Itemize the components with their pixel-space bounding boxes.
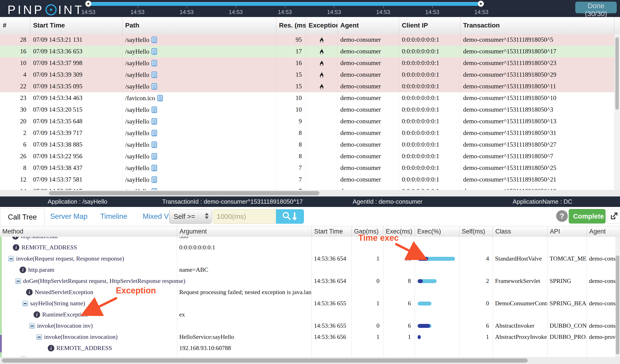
cell-exception xyxy=(306,116,338,127)
calltree-column-header-selfms: Self(ms) xyxy=(459,226,493,237)
cell-path: /favicon.ico xyxy=(122,92,276,104)
collapse-icon[interactable] xyxy=(22,301,28,306)
calltree-hscrollbar[interactable] xyxy=(0,357,620,364)
timeline-tick-label: 14:53 xyxy=(78,9,99,15)
cell-agent xyxy=(587,237,620,242)
path-detail-icon[interactable] xyxy=(152,48,157,55)
request-row[interactable]: 407/09 14:53:39 309/sayHello15demo-consu… xyxy=(0,69,614,81)
request-row[interactable]: 1407/09 14:53:37 117/sayHello7demo-consu… xyxy=(0,185,614,190)
self-filter-select[interactable]: Self >= xyxy=(169,209,212,224)
request-row[interactable]: 2207/09 14:53:35 095/sayHello15demo-cons… xyxy=(0,81,614,92)
calltree-vscrollbar[interactable] xyxy=(615,237,620,357)
path-detail-icon[interactable] xyxy=(152,188,157,190)
path-detail-icon[interactable] xyxy=(152,130,157,136)
path-text: /sayHello xyxy=(125,151,149,162)
calltree-row[interactable]: iREMOTE_ADDRESS192.168.93.10:60788 xyxy=(0,343,620,354)
request-row[interactable]: 2607/09 14:53:22 956/sayHello8demo-consu… xyxy=(0,151,614,162)
cell-exception xyxy=(306,46,338,57)
calltree-vscroll-thumb[interactable] xyxy=(616,255,619,354)
calltree-row[interactable]: invoke(Request request, Response respons… xyxy=(0,253,620,264)
request-row[interactable]: 1607/09 14:53:36 653/sayHello17demo-cons… xyxy=(0,46,614,58)
cell-agent: demo-consumer xyxy=(338,57,399,69)
collapse-icon[interactable] xyxy=(8,256,14,261)
cell-gap-ms: 0 xyxy=(352,275,383,287)
path-detail-icon[interactable] xyxy=(152,118,157,125)
path-detail-icon[interactable] xyxy=(152,141,157,148)
cell-argument: ex xyxy=(177,309,312,320)
complete-button[interactable]: Complete xyxy=(569,209,605,224)
path-detail-icon[interactable] xyxy=(152,106,157,113)
slider-handle-right[interactable] xyxy=(478,1,484,7)
calltree-row[interactable]: doGet(HttpServletRequest request, HttpSe… xyxy=(0,275,620,287)
method-name: invoke(Invocation inv) xyxy=(37,322,93,329)
calltree-row[interactable]: doGet(HttpServletRequest request, HttpSe… xyxy=(0,354,620,357)
cell-transaction: demo-consumer^1531118918050^3 xyxy=(460,104,614,116)
filter-search-button[interactable] xyxy=(276,209,304,224)
view-toolbar: Call Tree Server Map Timeline Mixed View… xyxy=(0,207,620,226)
request-column-header-agent[interactable]: Agent xyxy=(338,17,399,34)
cell-res-ms: 10 xyxy=(276,92,306,104)
request-row[interactable]: 3007/09 14:53:20 515/sayHello10demo-cons… xyxy=(0,104,614,116)
collapse-icon[interactable] xyxy=(29,323,35,329)
slider-track[interactable] xyxy=(88,2,481,6)
request-column-header-transaction[interactable]: Transaction xyxy=(460,17,614,34)
cell-num: 23 xyxy=(0,92,30,104)
path-detail-icon[interactable] xyxy=(152,176,157,183)
tab-server-map[interactable]: Server Map xyxy=(50,207,87,226)
request-column-header-starttime[interactable]: Start Time xyxy=(30,17,122,34)
cell-res-ms: 7 xyxy=(276,185,306,190)
collapse-icon[interactable] xyxy=(16,278,21,284)
filter-ms-input[interactable] xyxy=(213,209,276,224)
calltree-row[interactable]: ihttp.paramname=ABC xyxy=(0,264,620,275)
cell-gap-ms xyxy=(352,242,383,253)
collapse-icon[interactable] xyxy=(36,334,42,340)
path-detail-icon[interactable] xyxy=(152,60,157,66)
cell-exception xyxy=(306,34,338,46)
cell-class xyxy=(493,287,547,298)
calltree-row[interactable]: ihttp.status.code500 xyxy=(0,237,620,242)
request-column-header-exception[interactable]: Exception xyxy=(306,17,338,34)
path-detail-icon[interactable] xyxy=(152,37,157,43)
request-row[interactable]: 807/09 14:53:38 437/sayHello7demo-consum… xyxy=(0,162,614,174)
request-row[interactable]: 2307/09 14:53:34 463/favicon.ico10demo-c… xyxy=(0,92,614,104)
help-icon[interactable]: ? xyxy=(556,210,568,222)
request-row[interactable]: 1207/09 14:53:37 581/sayHello7demo-consu… xyxy=(0,174,614,186)
path-detail-icon[interactable] xyxy=(152,83,157,90)
path-detail-icon[interactable] xyxy=(157,95,163,101)
request-row[interactable]: 2807/09 14:53:21 131/sayHello95demo-cons… xyxy=(0,34,614,46)
request-row[interactable]: 2007/09 14:53:35 648/sayHello9demo-consu… xyxy=(0,116,614,127)
request-column-header-[interactable]: # xyxy=(0,17,30,34)
cell-exec-ms: 1 xyxy=(383,331,415,343)
request-column-header-resms[interactable]: Res. (ms) ↓ xyxy=(276,17,306,34)
cell-transaction: demo-consumer^1531118918050^13 xyxy=(460,116,614,127)
path-text: /sayHello xyxy=(125,81,149,92)
tab-call-tree[interactable]: Call Tree xyxy=(0,208,45,226)
vscroll-thumb[interactable] xyxy=(615,37,619,109)
path-detail-icon[interactable] xyxy=(152,165,157,171)
cell-start-time: 07/09 14:53:20 515 xyxy=(30,104,122,116)
calltree-row[interactable]: invoke(Invocation inv)14:53:36 655066Abs… xyxy=(0,320,620,331)
select-spinner-icon xyxy=(205,213,209,219)
cell-res-ms: 17 xyxy=(276,46,306,57)
cell-exception xyxy=(306,57,338,69)
cell-agent xyxy=(587,242,620,253)
tab-timeline[interactable]: Timeline xyxy=(100,207,127,226)
done-button[interactable]: Done (30/30) xyxy=(575,2,617,13)
request-column-header-clientip[interactable]: Client IP xyxy=(399,17,460,34)
path-detail-icon[interactable] xyxy=(152,153,157,160)
cell-class xyxy=(493,242,547,253)
request-column-header-path[interactable]: Path xyxy=(122,17,276,34)
calltree-row[interactable]: iREMOTE_ADDRESS0:0:0:0:0:0:0:1 xyxy=(0,242,620,253)
open-in-new-button[interactable] xyxy=(607,209,620,224)
path-detail-icon[interactable] xyxy=(152,72,157,78)
request-table-vscrollbar[interactable] xyxy=(614,34,620,190)
request-row[interactable]: 1007/09 14:53:37 998/sayHello16demo-cons… xyxy=(0,57,614,69)
calltree-hscroll-thumb[interactable] xyxy=(2,358,528,363)
cell-self-ms: 4 xyxy=(459,253,493,264)
request-row[interactable]: 607/09 14:53:38 885/sayHello8demo-consum… xyxy=(0,139,614,151)
request-table-hscrollbar[interactable] xyxy=(0,190,620,197)
cell-transaction: demo-consumer^1531118918050^23 xyxy=(460,57,614,69)
hscroll-thumb[interactable] xyxy=(49,191,319,195)
request-row[interactable]: 207/09 14:53:39 717/sayHello8demo-consum… xyxy=(0,127,614,139)
calltree-row[interactable]: invoke(Invocation invocation)HelloServic… xyxy=(0,331,620,343)
